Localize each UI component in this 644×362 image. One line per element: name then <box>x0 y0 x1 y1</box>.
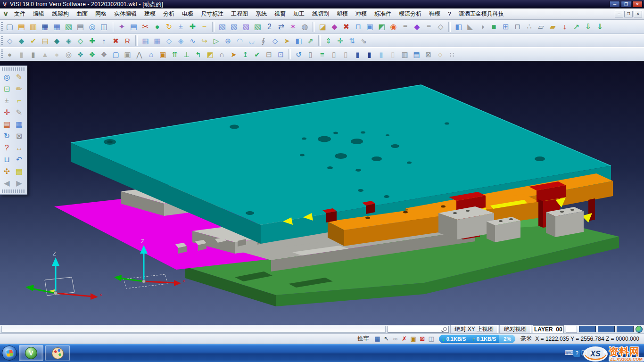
curve-sweep-icon[interactable]: ∿ <box>187 35 198 46</box>
mdi-close-button[interactable]: ✕ <box>634 11 642 17</box>
menu-analysis[interactable]: 分析 <box>159 8 178 19</box>
restore-button[interactable]: ❐ <box>621 1 631 8</box>
primitive-cylinder-icon[interactable]: ▮ <box>16 49 27 60</box>
copy-icon[interactable]: ▱ <box>536 21 546 33</box>
swap-order-icon[interactable]: ⇄ <box>276 21 287 33</box>
screen-redraw-icon[interactable]: ✦ <box>116 21 127 33</box>
paste-icon[interactable]: ▰ <box>547 21 558 33</box>
wcs-axes-icon[interactable]: ✛ <box>1 107 13 118</box>
save-notes-icon[interactable]: ▤ <box>14 165 25 177</box>
mdi-restore-button[interactable]: ❐ <box>624 11 633 17</box>
plane-grid-2-icon[interactable]: ▦ <box>152 35 163 46</box>
hole-recycle-icon[interactable]: ↺ <box>293 49 304 60</box>
grid-window-icon[interactable]: ▦ <box>14 118 25 130</box>
delete-trash-icon[interactable]: ⊔ <box>1 154 13 165</box>
menu-surface[interactable]: 曲面 <box>73 8 91 19</box>
box-orange-icon[interactable]: ▣ <box>157 49 168 60</box>
drag-box-icon[interactable]: ➤ <box>228 49 239 60</box>
start-button[interactable] <box>2 346 17 361</box>
sketch-gray-icon[interactable]: ✎ <box>14 107 25 118</box>
tilt-plate-icon[interactable]: ◇ <box>435 21 446 33</box>
hole-tall-icon[interactable]: ▯ <box>329 49 339 60</box>
arch-block-icon[interactable]: ∩ <box>216 49 227 60</box>
layer-book-3-icon[interactable]: ▧ <box>240 21 251 33</box>
hole-plain-icon[interactable]: ▯ <box>340 49 351 60</box>
layer-book-4-icon[interactable]: ▧ <box>252 21 263 33</box>
zoom-search-icon[interactable]: ◎ <box>1 71 13 83</box>
hole-dark-icon[interactable]: ▮ <box>364 49 375 60</box>
hole-blue-icon[interactable]: ▮ <box>352 49 363 60</box>
mirror-body-icon[interactable]: ◑ <box>477 21 487 33</box>
lock-toggle[interactable]: 拴牢 <box>355 335 372 343</box>
view-document-icon[interactable]: ▤ <box>128 21 139 33</box>
uv-flip-icon[interactable]: ⇅ <box>347 35 357 46</box>
save-as-icon[interactable]: ▦ <box>51 21 62 33</box>
cube-blue-icon[interactable]: ⊡ <box>275 49 286 60</box>
menu-help[interactable]: ? <box>444 9 455 19</box>
cursor-select-icon[interactable]: ↖ <box>382 335 391 343</box>
hole-threaded-icon[interactable]: ≡ <box>317 49 328 60</box>
surface-bend-icon[interactable]: ◡ <box>246 35 257 46</box>
viewport-3d[interactable]: x Z x Z ◎✎⊡✏±⌐✛✎▤▦↻⊠?↔⊔↶✣▤◀▶ <box>0 62 644 325</box>
box-half-icon[interactable]: ◫ <box>427 335 436 343</box>
menu-solid-edit[interactable]: 实体编辑 <box>110 8 140 19</box>
solid-add-icon[interactable]: ✚ <box>87 35 98 46</box>
palette-drag-handle[interactable] <box>2 67 25 71</box>
solid-rename-icon[interactable]: R <box>122 35 133 46</box>
hide-entity-icon[interactable]: ✂ <box>140 21 151 33</box>
gray-box-icon[interactable]: ▣ <box>122 49 133 60</box>
undo-arrow-icon[interactable]: ↶ <box>14 154 25 165</box>
hole-tools-icon[interactable]: ⊠ <box>423 49 434 60</box>
solid-wireframe-icon[interactable]: ◇ <box>4 35 15 46</box>
layer-book-2-icon[interactable]: ▧ <box>229 21 239 33</box>
primitive-sphere-icon[interactable]: ● <box>4 49 15 60</box>
menu-company-brand[interactable]: 潇洒五金模具科技 <box>455 8 508 19</box>
guide-block-right-mid[interactable] <box>487 217 520 242</box>
primitive-torus-icon[interactable]: ◎ <box>63 49 74 60</box>
break-fragments-icon[interactable]: ∴ <box>524 21 535 33</box>
hole-outline-icon[interactable]: ▯ <box>305 49 316 60</box>
surface-arrow-icon[interactable]: ▷ <box>211 35 222 46</box>
uv-shrink-icon[interactable]: ⇘ <box>358 35 369 46</box>
layer-extra-field[interactable] <box>566 326 577 333</box>
solid-delete-icon[interactable]: ✖ <box>110 35 121 46</box>
select-region-icon[interactable]: ◌ <box>435 49 446 60</box>
menu-modeling[interactable]: 建模 <box>140 8 159 19</box>
workplane-button[interactable]: 绝对 XY 上视图 <box>451 325 498 333</box>
curve-hook-icon[interactable]: ↪ <box>199 35 210 46</box>
menu-window[interactable]: 视窗 <box>271 8 289 19</box>
surface-diamond-icon[interactable]: ◇ <box>270 35 281 46</box>
solid-shaded-icon[interactable]: ◆ <box>16 35 27 46</box>
open-file-icon[interactable]: ▤ <box>16 21 27 33</box>
profile-corner-icon[interactable]: ⌐ <box>14 95 25 107</box>
curve-pipe-icon[interactable]: ∮ <box>258 35 269 46</box>
extrude-up-icon[interactable]: ⇈ <box>169 49 180 60</box>
plate-stack-icon[interactable]: ≡ <box>423 21 434 33</box>
menu-dimension[interactable]: 尺寸标注 <box>197 8 227 19</box>
menu-standard-parts[interactable]: 标准件 <box>371 8 395 19</box>
solid-heart-icon[interactable]: ◆ <box>329 21 340 33</box>
plane-grid-icon[interactable]: ▦ <box>140 35 151 46</box>
press-table-icon[interactable]: ⊓ <box>512 21 523 33</box>
mesh-sphere-icon[interactable]: ⊕ <box>223 35 233 46</box>
surface-offset-icon[interactable]: ⇗ <box>305 35 316 46</box>
new-file-icon[interactable]: ▢ <box>4 21 15 33</box>
sheet-stack-icon[interactable]: ≡ <box>400 21 411 33</box>
taskbar-app-paint[interactable] <box>45 345 70 361</box>
menu-mesh[interactable]: 网格 <box>91 8 110 19</box>
color-swatch-1[interactable] <box>579 326 596 332</box>
fold-prism-icon[interactable]: ⋀ <box>134 49 145 60</box>
corner-plate-icon[interactable]: ◣ <box>465 21 476 33</box>
search-input[interactable] <box>388 326 449 333</box>
hole-document-icon[interactable]: ▤ <box>411 49 422 60</box>
show-more-icon[interactable]: ✚ <box>187 21 198 33</box>
solid-lift-icon[interactable]: ↑ <box>99 35 109 46</box>
cube-check-icon[interactable]: ✔ <box>252 49 263 60</box>
droplet-cube-1-icon[interactable]: ❖ <box>75 49 86 60</box>
nav-back-icon[interactable]: ◀ <box>1 177 13 189</box>
absolute-view-button[interactable]: 绝对视图 <box>500 325 531 333</box>
primitive-ellipsoid-icon[interactable]: ● <box>51 49 62 60</box>
menu-shoe-mould[interactable]: 鞋模 <box>425 8 444 19</box>
select-frame-icon[interactable]: ⊡ <box>1 83 13 95</box>
explode-axes-icon[interactable]: ✶ <box>288 21 298 33</box>
